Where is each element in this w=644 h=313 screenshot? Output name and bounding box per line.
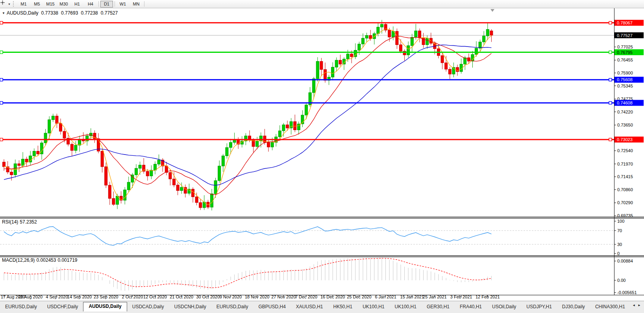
timeframe-m15[interactable]: M15 xyxy=(44,1,57,7)
candle-body xyxy=(396,31,398,45)
date-label: 14 Sep 2020 xyxy=(67,294,92,299)
candle-body xyxy=(381,24,383,27)
date-label: 23 Sep 2020 xyxy=(94,294,118,299)
price-tick-label: 0.75345 xyxy=(617,84,633,88)
candle-body xyxy=(112,198,115,204)
level-handle-right[interactable] xyxy=(609,78,612,81)
tab-usdcnh-daily[interactable]: USDCNH,Daily xyxy=(169,302,211,311)
tab-eurusd-daily[interactable]: EURUSD,Daily xyxy=(0,302,42,311)
price-tick-label: 0.71970 xyxy=(617,162,633,166)
tab-xauusd-h1[interactable]: XAUUSD,H1 xyxy=(291,302,328,311)
rsi-axis-label: 30 xyxy=(617,242,622,247)
tab-uk100-h1[interactable]: UK100,H1 xyxy=(357,302,389,311)
level-handle-right[interactable] xyxy=(609,21,612,24)
candle-body xyxy=(214,181,217,194)
candle-body xyxy=(400,45,402,51)
price-tick-label: 0.73650 xyxy=(617,123,633,127)
candle-body xyxy=(259,136,262,141)
candle-body xyxy=(124,190,126,200)
tab-gbpusd-h4[interactable]: GBPUSD,H4 xyxy=(253,302,291,311)
toolbar-divider xyxy=(115,1,115,7)
tab-usoil-daily[interactable]: USOil,Daily xyxy=(487,302,521,311)
level-handle-right[interactable] xyxy=(609,101,612,104)
candle-body xyxy=(218,166,221,181)
candle-body xyxy=(271,142,274,147)
date-label: 3 Feb 2021 xyxy=(450,294,472,299)
candle-body xyxy=(169,173,172,179)
timeframe-h4[interactable]: H4 xyxy=(84,1,97,7)
candle-body xyxy=(150,170,153,176)
toolbar-divider xyxy=(98,1,99,7)
date-label: 30 Oct 2020 xyxy=(196,294,220,299)
tab-fra40-h1[interactable]: FRA40,H1 xyxy=(455,302,487,311)
candle-body xyxy=(282,125,285,131)
candle-body xyxy=(362,38,365,44)
tab-uk100-h1[interactable]: UK100,H1 xyxy=(390,302,422,311)
level-handle-left[interactable] xyxy=(0,51,3,54)
level-handle-left[interactable] xyxy=(0,101,3,104)
timeframe-mn[interactable]: MN xyxy=(130,1,142,7)
price-tick-label: 0.70860 xyxy=(617,187,633,192)
tab-hk50-h1[interactable]: HK50,H1 xyxy=(328,302,358,311)
level-handle-left[interactable] xyxy=(0,78,3,81)
timeframe-h1[interactable]: H1 xyxy=(71,1,83,7)
candle-body xyxy=(278,131,281,137)
candle-body xyxy=(226,147,228,156)
tab-usdchf-daily[interactable]: USDCHF,Daily xyxy=(42,302,83,311)
chart-cursor-icon[interactable] xyxy=(1,1,8,7)
toolbar-divider xyxy=(144,1,144,7)
level-price-badge: 0.74608 xyxy=(617,101,633,105)
timeframe-d1[interactable]: D1 xyxy=(100,1,113,7)
tab-usdjpy-h1[interactable]: USDJPY,H1 xyxy=(521,302,557,311)
candle-body xyxy=(180,187,183,190)
tab-eurusd-daily[interactable]: EURUSD,Daily xyxy=(211,302,254,311)
tab-china300-h1[interactable]: CHINA300,H1 xyxy=(590,302,627,311)
timeframe-m5[interactable]: M5 xyxy=(31,1,43,7)
toolbar-caret-icon[interactable]: ▼ xyxy=(8,3,11,6)
candle-body xyxy=(195,197,198,203)
candle-body xyxy=(48,120,51,133)
price-tick-label: 0.77025 xyxy=(617,45,633,49)
level-handle-left[interactable] xyxy=(0,138,3,141)
candle-body xyxy=(3,162,6,167)
candle-body xyxy=(154,164,157,170)
candle-body xyxy=(176,185,179,190)
candle-body xyxy=(59,123,62,131)
price-tick-label: 0.71415 xyxy=(617,174,633,179)
candle-body xyxy=(267,142,270,147)
price-tick-label: 0.72540 xyxy=(617,148,633,153)
tab-scroll-left-icon[interactable]: ◄ xyxy=(632,304,635,307)
candle-body xyxy=(460,64,463,72)
macd-axis-label: -0.005651 xyxy=(617,290,637,295)
candle-body xyxy=(33,151,35,156)
candle-body xyxy=(18,164,20,166)
candle-body xyxy=(407,46,410,55)
candle-body xyxy=(101,151,104,167)
tab-dj30-daily[interactable]: DJ30,Daily xyxy=(557,302,590,311)
candle-body xyxy=(350,54,353,57)
tab-ger30-h1[interactable]: GER30,H1 xyxy=(422,302,455,311)
candle-body xyxy=(486,30,489,36)
timeframe-m30[interactable]: M30 xyxy=(57,1,70,7)
tab-audusd-daily[interactable]: AUDUSD,Daily xyxy=(83,302,127,311)
tab-usdcad-daily[interactable]: USDCAD,Daily xyxy=(127,302,169,311)
price-tick-label: 0.74220 xyxy=(617,110,633,114)
candle-body xyxy=(44,133,47,143)
level-handle-left[interactable] xyxy=(0,21,3,24)
tab-scroll-right-icon[interactable]: ► xyxy=(638,304,641,307)
timeframe-m1[interactable]: M1 xyxy=(17,1,30,7)
level-handle-right[interactable] xyxy=(609,51,612,54)
level-price-badge: 0.75608 xyxy=(617,77,633,82)
candle-body xyxy=(294,121,296,130)
candle-body xyxy=(411,37,413,46)
candle-body xyxy=(63,131,66,138)
symbol-tabs: EURUSD,DailyUSDCHF,DailyAUDUSD,DailyUSDC… xyxy=(0,302,627,311)
candle-body xyxy=(373,34,376,39)
rsi-axis-label: 0 xyxy=(617,251,620,256)
level-handle-right[interactable] xyxy=(609,138,612,141)
date-label: 26 Aug 2020 xyxy=(18,294,43,299)
date-label: 12 Feb 2021 xyxy=(476,294,500,299)
timeframe-w1[interactable]: W1 xyxy=(117,1,129,7)
level-price-badge: 0.76795 xyxy=(617,50,633,55)
price-tick-label: 0.70290 xyxy=(617,200,633,205)
